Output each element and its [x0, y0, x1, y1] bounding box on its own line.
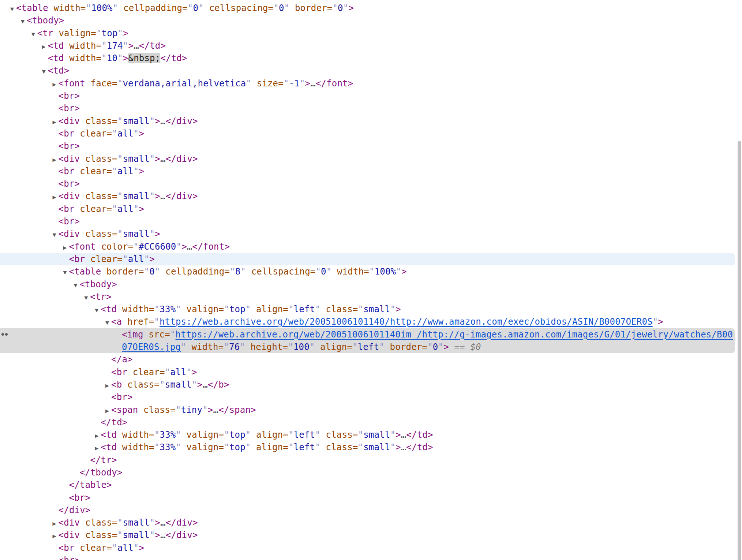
collapsed-content-ellipsis[interactable]: …: [160, 154, 166, 164]
tag-token[interactable]: <tr: [37, 28, 53, 38]
tag-token[interactable]: <table: [16, 3, 48, 13]
tag-token[interactable]: <br: [111, 367, 127, 377]
arrow-expanded-icon[interactable]: ▼: [74, 279, 79, 292]
collapsed-content-ellipsis[interactable]: …: [160, 191, 166, 201]
dom-tree-node[interactable]: </table>: [0, 479, 742, 491]
dom-tree-node[interactable]: ▶<div class="small">…</div>: [0, 153, 742, 165]
attr-value-token[interactable]: 0: [338, 3, 343, 13]
arrow-collapsed-icon[interactable]: ▶: [42, 41, 48, 53]
arrow-collapsed-icon[interactable]: ▶: [95, 430, 101, 442]
tag-token[interactable]: </div>: [166, 154, 198, 164]
tag-token[interactable]: >: [155, 116, 160, 126]
tag-token[interactable]: >: [396, 430, 401, 440]
attr-value-token[interactable]: 100: [293, 342, 310, 352]
scrollbar-track[interactable]: [736, 0, 742, 560]
collapsed-content-ellipsis[interactable]: …: [401, 430, 406, 440]
tag-token[interactable]: <td>: [48, 66, 70, 76]
dom-tree-node[interactable]: <br>: [0, 492, 742, 504]
attr-name-token[interactable]: size: [251, 78, 278, 89]
attr-name-token[interactable]: width: [64, 41, 96, 51]
tag-token[interactable]: <br: [59, 204, 75, 214]
attr-name-token[interactable]: width: [331, 266, 364, 277]
tag-token[interactable]: <b: [111, 380, 122, 390]
attr-value-token[interactable]: small: [363, 430, 390, 440]
attr-value-token[interactable]: small: [123, 191, 149, 201]
attr-value-token[interactable]: all: [117, 128, 134, 139]
arrow-collapsed-icon[interactable]: ▶: [53, 78, 59, 91]
tag-token[interactable]: <br: [59, 543, 75, 553]
tag-token[interactable]: <span: [111, 405, 138, 415]
collapsed-content-ellipsis[interactable]: …: [213, 405, 218, 415]
arrow-collapsed-icon[interactable]: ▶: [53, 116, 59, 128]
attr-name-token[interactable]: cellpadding: [160, 266, 225, 277]
tag-token[interactable]: >: [396, 442, 401, 452]
tag-token[interactable]: >: [139, 204, 144, 214]
attr-value-token[interactable]: 33%: [160, 442, 176, 452]
tag-token[interactable]: </tbody>: [79, 467, 122, 478]
arrow-expanded-icon[interactable]: ▼: [53, 229, 59, 241]
arrow-expanded-icon[interactable]: ▼: [105, 317, 111, 329]
attr-name-token[interactable]: border: [385, 342, 422, 352]
dom-tree-node[interactable]: ▶<div class="small">…</div>: [0, 190, 742, 202]
tag-token[interactable]: </td>: [101, 417, 127, 428]
dom-tree-node[interactable]: <br>: [0, 391, 742, 403]
tag-token[interactable]: <br: [59, 128, 75, 139]
attr-name-token[interactable]: clear: [85, 254, 117, 264]
tag-token[interactable]: >: [155, 229, 160, 239]
attr-value-token[interactable]: top: [229, 430, 246, 440]
dom-tree-node[interactable]: ▼<table width="100%" cellpadding="0" cel…: [0, 2, 742, 14]
attr-value-link[interactable]: https://web.archive.org/web/200510061011…: [160, 317, 653, 327]
attr-value-token[interactable]: 0: [193, 3, 199, 13]
tag-token[interactable]: >: [139, 543, 144, 553]
arrow-collapsed-icon[interactable]: ▶: [95, 442, 101, 455]
attr-name-token[interactable]: class: [80, 229, 112, 239]
dom-tree-node[interactable]: ▼<tbody>: [0, 14, 742, 27]
dom-tree-node[interactable]: ▶<td width="33%" valign="top" align="lef…: [0, 441, 742, 453]
attr-value-token[interactable]: all: [117, 204, 134, 214]
tag-token[interactable]: <td: [48, 41, 64, 51]
dom-tree-node[interactable]: ▶<font color="#CC6600">…</font>: [0, 240, 742, 253]
attr-name-token[interactable]: class: [80, 154, 112, 164]
arrow-collapsed-icon[interactable]: ▶: [53, 154, 59, 166]
arrow-expanded-icon[interactable]: ▼: [10, 3, 16, 15]
tag-token[interactable]: </b>: [208, 380, 229, 390]
tag-token[interactable]: >: [155, 154, 160, 164]
tag-token[interactable]: >: [123, 53, 128, 63]
tag-token[interactable]: >: [128, 41, 134, 51]
dom-tree-node[interactable]: ▼<tr valign="top">: [0, 27, 742, 40]
tag-token[interactable]: <table: [69, 266, 101, 277]
tag-token[interactable]: >: [149, 254, 155, 264]
tag-token[interactable]: <div: [59, 530, 80, 540]
dom-tree-node-hovered[interactable]: <br clear="all">: [0, 253, 735, 265]
attr-name-token[interactable]: color: [96, 242, 128, 252]
arrow-expanded-icon[interactable]: ▼: [63, 266, 69, 279]
collapsed-content-ellipsis[interactable]: …: [187, 242, 192, 252]
attr-name-token[interactable]: width: [48, 3, 80, 13]
attr-name-token[interactable]: class: [122, 380, 154, 390]
dom-tree-node[interactable]: ▶<td width="174">…</td>: [0, 40, 742, 52]
attr-name-token[interactable]: width: [186, 342, 218, 352]
tag-token[interactable]: </div>: [166, 518, 198, 528]
collapsed-content-ellipsis[interactable]: …: [401, 442, 406, 452]
tag-token[interactable]: >: [658, 317, 663, 327]
attr-value-token[interactable]: top: [229, 442, 246, 452]
attr-name-token[interactable]: class: [321, 304, 353, 314]
attr-value-token[interactable]: all: [170, 367, 186, 377]
attr-name-token[interactable]: align: [251, 304, 283, 314]
text-node-highlighted[interactable]: &nbsp;: [128, 53, 160, 63]
attr-name-token[interactable]: width: [117, 442, 149, 452]
tag-token[interactable]: >: [139, 166, 144, 176]
dom-tree-node[interactable]: ▼<div class="small">: [0, 228, 742, 240]
tag-token[interactable]: <div: [59, 154, 80, 164]
arrow-collapsed-icon[interactable]: ▶: [105, 405, 111, 417]
dom-tree-node[interactable]: ▶<td width="33%" valign="top" align="lef…: [0, 429, 742, 441]
arrow-collapsed-icon[interactable]: ▶: [53, 191, 59, 204]
dom-tree-node[interactable]: <br clear="all">: [0, 165, 742, 178]
tag-token[interactable]: <br>: [59, 216, 80, 227]
attr-name-token[interactable]: clear: [127, 367, 160, 377]
attr-name-token[interactable]: clear: [75, 128, 107, 139]
tag-token[interactable]: >: [139, 128, 144, 139]
scrollbar-thumb[interactable]: [738, 141, 741, 560]
attr-name-token[interactable]: clear: [75, 166, 107, 176]
collapsed-content-ellipsis[interactable]: …: [160, 116, 166, 126]
